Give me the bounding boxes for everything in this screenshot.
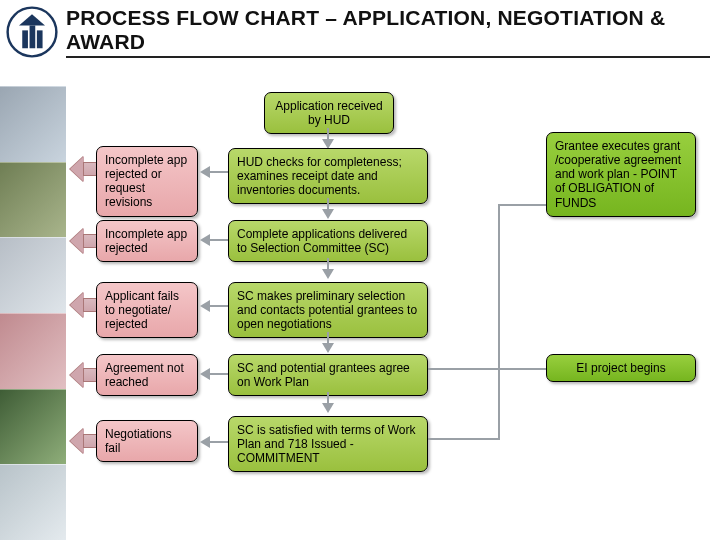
page-title: PROCESS FLOW CHART – APPLICATION, NEGOTI…	[66, 6, 710, 54]
photo-thumb	[0, 162, 66, 238]
node-step: Complete applications delivered to Selec…	[228, 220, 428, 262]
svg-marker-4	[19, 14, 45, 25]
svg-rect-1	[22, 30, 28, 48]
node-step: SC and potential grantees agree on Work …	[228, 354, 428, 396]
photo-thumb	[0, 237, 66, 313]
connector-line	[428, 368, 546, 370]
node-reject: Incomplete app rejected or request revis…	[96, 146, 198, 217]
hud-logo-icon	[6, 6, 58, 58]
header: PROCESS FLOW CHART – APPLICATION, NEGOTI…	[0, 0, 720, 58]
photo-thumb	[0, 86, 66, 162]
node-reject: Incomplete app rejected	[96, 220, 198, 262]
node-right-bottom: EI project begins	[546, 354, 696, 382]
svg-rect-2	[30, 26, 36, 49]
connector-line	[498, 204, 546, 206]
title-wrap: PROCESS FLOW CHART – APPLICATION, NEGOTI…	[66, 6, 710, 58]
node-right-top: Grantee executes grant /cooperative agre…	[546, 132, 696, 217]
connector-line	[428, 438, 498, 440]
photo-thumb	[0, 313, 66, 389]
node-step: SC is satisfied with terms of Work Plan …	[228, 416, 428, 472]
node-reject: Applicant fails to negotiate/ rejected	[96, 282, 198, 338]
svg-rect-3	[37, 30, 43, 48]
node-reject: Agreement not reached	[96, 354, 198, 396]
photo-strip	[0, 86, 66, 540]
photo-thumb	[0, 464, 66, 540]
title-underline	[66, 56, 710, 58]
node-step: HUD checks for completeness; examines re…	[228, 148, 428, 204]
node-step: SC makes preliminary selection and conta…	[228, 282, 428, 338]
photo-thumb	[0, 389, 66, 465]
node-reject: Negotiations fail	[96, 420, 198, 462]
node-start: Application received by HUD	[264, 92, 394, 134]
flow-area: Application received by HUD Incomplete a…	[66, 86, 720, 540]
page: PROCESS FLOW CHART – APPLICATION, NEGOTI…	[0, 0, 720, 540]
connector-line	[498, 204, 500, 440]
